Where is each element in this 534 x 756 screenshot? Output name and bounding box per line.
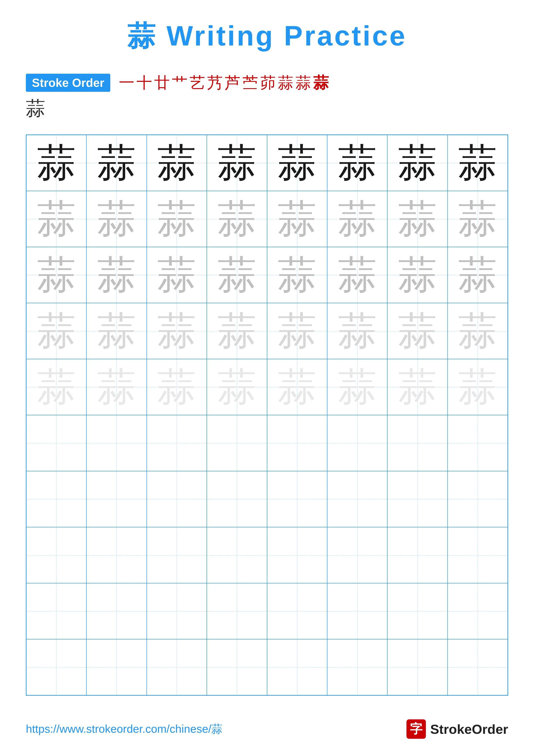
cell-char: 蒜	[217, 200, 256, 238]
stroke-seq-char-4: 艺	[190, 72, 205, 93]
grid-cell[interactable]: 蒜	[387, 247, 447, 303]
grid-cell[interactable]	[447, 471, 508, 527]
cell-char: 蒜	[37, 144, 76, 182]
cell-char: 蒜	[157, 311, 196, 350]
grid-cell[interactable]	[87, 415, 146, 471]
grid-cell[interactable]	[87, 583, 146, 639]
grid-cell[interactable]	[207, 583, 267, 639]
grid-cell[interactable]	[447, 527, 508, 583]
grid-cell[interactable]	[327, 471, 387, 527]
grid-cell[interactable]: 蒜	[207, 247, 267, 303]
cell-char: 蒜	[458, 256, 497, 294]
grid-cell[interactable]	[26, 527, 87, 583]
grid-cell[interactable]: 蒜	[87, 247, 146, 303]
stroke-seq-char-6: 芦	[225, 72, 241, 93]
grid-cell[interactable]: 蒜	[327, 303, 387, 359]
grid-cell[interactable]	[147, 639, 207, 695]
grid-cell[interactable]: 蒜	[26, 303, 87, 359]
title-char: 蒜	[127, 20, 157, 51]
grid-cell[interactable]	[87, 527, 146, 583]
cell-char: 蒜	[398, 200, 437, 238]
cell-char: 蒜	[278, 144, 317, 182]
grid-cell[interactable]	[327, 639, 387, 695]
grid-cell[interactable]: 蒜	[207, 191, 267, 247]
grid-cell[interactable]: 蒜	[147, 247, 207, 303]
cell-char: 蒜	[398, 311, 437, 350]
grid-cell[interactable]	[147, 471, 207, 527]
grid-cell[interactable]: 蒜	[147, 135, 207, 191]
grid-cell[interactable]: 蒜	[207, 135, 267, 191]
grid-cell[interactable]	[387, 639, 447, 695]
footer-brand: 字 StrokeOrder	[406, 719, 508, 739]
grid-cell[interactable]	[327, 583, 387, 639]
grid-cell[interactable]	[387, 527, 447, 583]
grid-cell[interactable]: 蒜	[387, 303, 447, 359]
grid-cell[interactable]: 蒜	[267, 303, 327, 359]
grid-cell[interactable]: 蒜	[87, 191, 146, 247]
grid-cell[interactable]: 蒜	[147, 191, 207, 247]
footer-url[interactable]: https://www.strokeorder.com/chinese/蒜	[26, 721, 222, 737]
grid-cell[interactable]: 蒜	[87, 303, 146, 359]
grid-cell[interactable]: 蒜	[147, 359, 207, 415]
grid-cell[interactable]: 蒜	[207, 303, 267, 359]
grid-cell[interactable]: 蒜	[387, 135, 447, 191]
grid-cell[interactable]: 蒜	[26, 191, 87, 247]
grid-cell[interactable]: 蒜	[327, 191, 387, 247]
grid-cell[interactable]: 蒜	[87, 359, 146, 415]
grid-cell[interactable]: 蒜	[327, 359, 387, 415]
grid-cell[interactable]: 蒜	[447, 135, 508, 191]
grid-cell[interactable]	[147, 583, 207, 639]
grid-cell[interactable]: 蒜	[447, 247, 508, 303]
grid-cell[interactable]	[447, 583, 508, 639]
grid-cell[interactable]	[327, 415, 387, 471]
grid-cell[interactable]	[447, 415, 508, 471]
grid-cell[interactable]	[147, 415, 207, 471]
cell-char: 蒜	[37, 368, 76, 406]
grid-cell[interactable]	[87, 471, 146, 527]
grid-cell[interactable]	[267, 471, 327, 527]
grid-cell[interactable]	[207, 639, 267, 695]
grid-cell[interactable]: 蒜	[387, 359, 447, 415]
grid-cell[interactable]	[26, 415, 87, 471]
grid-cell[interactable]: 蒜	[447, 359, 508, 415]
grid-cell[interactable]: 蒜	[147, 303, 207, 359]
grid-cell[interactable]	[26, 471, 87, 527]
grid-cell[interactable]: 蒜	[267, 359, 327, 415]
grid-cell[interactable]: 蒜	[447, 191, 508, 247]
grid-cell[interactable]: 蒜	[267, 135, 327, 191]
grid-cell[interactable]: 蒜	[447, 303, 508, 359]
grid-cell[interactable]	[447, 639, 508, 695]
cell-char: 蒜	[458, 368, 497, 406]
grid-cell[interactable]: 蒜	[267, 247, 327, 303]
grid-cell[interactable]	[267, 583, 327, 639]
grid-cell[interactable]	[26, 583, 87, 639]
cell-char: 蒜	[97, 311, 136, 350]
practice-grid: 蒜蒜蒜蒜蒜蒜蒜蒜蒜蒜蒜蒜蒜蒜蒜蒜蒜蒜蒜蒜蒜蒜蒜蒜蒜蒜蒜蒜蒜蒜蒜蒜蒜蒜蒜蒜蒜蒜蒜蒜	[26, 134, 508, 696]
grid-cell[interactable]: 蒜	[327, 247, 387, 303]
grid-cell[interactable]	[207, 415, 267, 471]
cell-char: 蒜	[458, 144, 497, 182]
grid-cell[interactable]: 蒜	[87, 135, 146, 191]
grid-cell[interactable]	[26, 639, 87, 695]
grid-cell[interactable]: 蒜	[26, 135, 87, 191]
grid-cell[interactable]	[207, 527, 267, 583]
grid-cell[interactable]	[387, 415, 447, 471]
grid-cell[interactable]: 蒜	[26, 359, 87, 415]
grid-cell[interactable]	[267, 527, 327, 583]
cell-char: 蒜	[278, 311, 317, 350]
grid-cell[interactable]: 蒜	[327, 135, 387, 191]
grid-cell[interactable]	[387, 583, 447, 639]
grid-cell[interactable]	[207, 471, 267, 527]
grid-cell[interactable]: 蒜	[26, 247, 87, 303]
grid-cell[interactable]: 蒜	[267, 191, 327, 247]
grid-cell[interactable]: 蒜	[387, 191, 447, 247]
grid-cell[interactable]	[147, 527, 207, 583]
grid-cell[interactable]	[267, 639, 327, 695]
grid-cell[interactable]	[87, 639, 146, 695]
grid-cell[interactable]: 蒜	[207, 359, 267, 415]
grid-cell[interactable]	[267, 415, 327, 471]
grid-cell[interactable]	[327, 527, 387, 583]
cell-char: 蒜	[97, 256, 136, 294]
title-text: Writing Practice	[157, 20, 407, 51]
grid-cell[interactable]	[387, 471, 447, 527]
